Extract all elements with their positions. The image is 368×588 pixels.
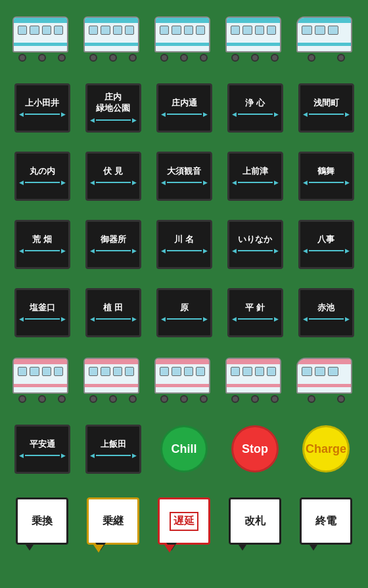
window bbox=[172, 26, 181, 35]
station-sign[interactable]: 上飯田 ◀ ▶ bbox=[85, 425, 141, 474]
arrow-left: ◀ bbox=[303, 247, 308, 254]
station-sign[interactable]: 浄 心 ◀ ▶ bbox=[227, 83, 283, 133]
station-name-text: 浄 心 bbox=[245, 98, 265, 109]
chill-badge[interactable]: Chill bbox=[160, 425, 208, 472]
arrow-left: ◀ bbox=[303, 111, 308, 117]
stop-label: Stop bbox=[242, 442, 268, 456]
arrow-line bbox=[96, 182, 131, 183]
arrow-right: ▶ bbox=[274, 247, 279, 254]
station-name-text: 赤池 bbox=[317, 303, 334, 314]
wheel bbox=[271, 395, 279, 403]
train-blue-5 bbox=[296, 16, 356, 62]
wheel bbox=[89, 395, 97, 403]
station-sign[interactable]: 原 ◀ ▶ bbox=[156, 288, 212, 337]
station-sign[interactable]: 上小田井 ◀ ▶ bbox=[14, 83, 70, 133]
station-arrows: ◀ ▶ bbox=[232, 316, 279, 322]
station-sign[interactable]: いりなか ◀ ▶ bbox=[227, 220, 283, 269]
wheel bbox=[38, 395, 46, 403]
station-sign[interactable]: 八事 ◀ ▶ bbox=[298, 220, 354, 269]
arrow-right: ▶ bbox=[345, 247, 350, 254]
station-arrows: ◀ ▶ bbox=[303, 111, 350, 117]
wheel bbox=[109, 395, 117, 403]
sign-text: 改札 bbox=[244, 514, 265, 528]
arrow-left: ◀ bbox=[90, 452, 95, 459]
station-sign[interactable]: 丸の内 ◀ ▶ bbox=[14, 152, 70, 201]
train-wheels bbox=[12, 395, 72, 403]
train-pink-cell-2 bbox=[80, 348, 146, 413]
stop-badge[interactable]: Stop bbox=[231, 425, 279, 472]
wheel bbox=[18, 395, 26, 403]
train-cell-4 bbox=[222, 7, 288, 72]
train-body bbox=[83, 358, 139, 394]
train-windows bbox=[156, 359, 209, 376]
station-name-text: 上前津 bbox=[242, 166, 268, 177]
sign-shuden-cell: 終電 bbox=[293, 492, 359, 558]
station-sign[interactable]: 赤池 ◀ ▶ bbox=[298, 288, 354, 337]
station-sign[interactable]: 植 田 ◀ ▶ bbox=[85, 288, 141, 337]
station-sign[interactable]: 上前津 ◀ ▶ bbox=[227, 152, 283, 201]
window bbox=[125, 367, 134, 376]
sign-kaisatsu[interactable]: 改札 bbox=[229, 497, 281, 545]
charge-badge[interactable]: Charge bbox=[302, 425, 350, 472]
station-name-text: 伏 見 bbox=[103, 166, 123, 177]
wheel bbox=[271, 54, 279, 62]
station-sign[interactable]: 大須観音 ◀ ▶ bbox=[156, 152, 212, 201]
arrow-left: ◀ bbox=[90, 247, 95, 254]
train-windows bbox=[227, 18, 280, 35]
station-cell-kamiiida: 上飯田 ◀ ▶ bbox=[80, 416, 146, 482]
arrow-right: ▶ bbox=[61, 316, 66, 322]
arrow-line bbox=[25, 250, 60, 251]
train-body bbox=[296, 16, 352, 52]
train-body bbox=[83, 16, 139, 52]
station-cell-arahata: 荒 畑 ◀ ▶ bbox=[9, 211, 75, 277]
station-sign[interactable]: 庄内緑地公園 ◀ ▶ bbox=[85, 83, 141, 133]
badge-chill-cell: Chill bbox=[151, 416, 217, 482]
sign-norikaeri[interactable]: 乗換 bbox=[16, 497, 68, 545]
arrow-left: ◀ bbox=[19, 179, 24, 186]
train-pink-2 bbox=[83, 358, 143, 404]
station-sign[interactable]: 伏 見 ◀ ▶ bbox=[85, 152, 141, 201]
train-blue-4 bbox=[225, 16, 285, 62]
arrow-line bbox=[309, 114, 344, 115]
station-name-text: 庄内緑地公園 bbox=[96, 92, 130, 114]
sign-noritsugi[interactable]: 乗継 bbox=[87, 497, 139, 545]
station-sign[interactable]: 鶴舞 ◀ ▶ bbox=[298, 152, 354, 201]
station-sign[interactable]: 浅間町 ◀ ▶ bbox=[298, 83, 354, 133]
train-wheels bbox=[225, 54, 285, 62]
arrow-line bbox=[238, 182, 273, 183]
station-sign[interactable]: 平 針 ◀ ▶ bbox=[227, 288, 283, 337]
sign-text: 終電 bbox=[315, 514, 336, 528]
arrow-left: ◀ bbox=[19, 452, 24, 459]
station-sign[interactable]: 川 名 ◀ ▶ bbox=[156, 220, 212, 269]
arrow-right: ▶ bbox=[132, 179, 137, 186]
station-arrows: ◀ ▶ bbox=[90, 247, 137, 254]
window bbox=[30, 26, 39, 35]
wheel bbox=[129, 54, 137, 62]
sign-text: 乗継 bbox=[103, 514, 124, 528]
arrow-left: ◀ bbox=[161, 111, 166, 117]
arrow-line bbox=[96, 119, 131, 121]
wheel bbox=[251, 54, 259, 62]
wheel bbox=[231, 54, 239, 62]
train-blue-1 bbox=[12, 16, 72, 62]
train-cell-5 bbox=[293, 7, 359, 72]
arrow-left: ◀ bbox=[232, 179, 237, 186]
arrow-right: ▶ bbox=[274, 179, 279, 186]
station-name-text: 川 名 bbox=[174, 234, 194, 245]
wheel bbox=[58, 54, 66, 62]
window bbox=[18, 367, 27, 376]
sign-chien[interactable]: 遅延 bbox=[158, 497, 210, 545]
window bbox=[54, 26, 63, 35]
arrow-line bbox=[167, 318, 202, 320]
station-sign[interactable]: 荒 畑 ◀ ▶ bbox=[14, 220, 70, 269]
station-sign[interactable]: 塩釜口 ◀ ▶ bbox=[14, 288, 70, 337]
wheel bbox=[337, 395, 345, 403]
station-sign[interactable]: 平安通 ◀ ▶ bbox=[14, 425, 70, 474]
station-sign[interactable]: 御器所 ◀ ▶ bbox=[85, 220, 141, 269]
station-sign[interactable]: 庄内通 ◀ ▶ bbox=[156, 83, 212, 133]
sign-shuden[interactable]: 終電 bbox=[300, 497, 352, 545]
station-cell-shonai: 庄内緑地公園 ◀ ▶ bbox=[80, 75, 146, 140]
station-name-text: 御器所 bbox=[101, 234, 126, 245]
train-windows bbox=[14, 18, 67, 35]
window bbox=[184, 26, 193, 35]
